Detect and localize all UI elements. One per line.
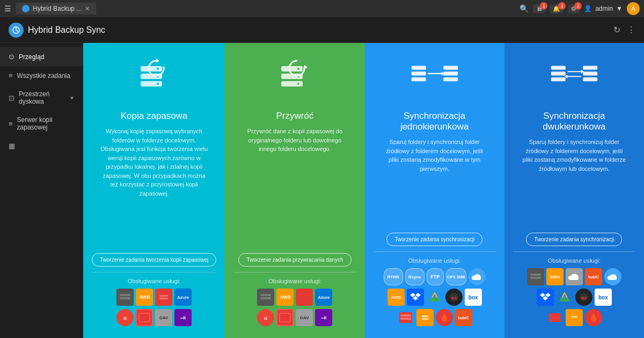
- svg-rect-36: [411, 71, 426, 75]
- svg-point-64: [538, 274, 540, 276]
- svg-rect-51: [551, 66, 566, 70]
- browser-tab[interactable]: Hybrid Backup ... ✕: [16, 3, 96, 15]
- backup-server-icon: ≡: [9, 120, 13, 128]
- service-nas-r: [257, 289, 274, 306]
- notif-badge-3[interactable]: ⚙ 1: [568, 4, 580, 13]
- restore-title: Przywróć: [276, 111, 314, 121]
- svg-marker-7: [156, 59, 159, 63]
- card-backup: Kopia zapasowa Wykonaj kopię zapasową wy…: [83, 43, 225, 338]
- app-title: Hybrid Backup Sync: [28, 25, 105, 35]
- service-gcs: G: [116, 309, 134, 326]
- all-tasks-icon: ≡: [9, 71, 13, 80]
- svg-rect-55: [583, 71, 597, 75]
- svg-text:B2: B2: [581, 296, 587, 300]
- service-cloud-blue: [469, 268, 486, 285]
- disk-space-icon: ⊡: [9, 94, 14, 102]
- service-fire-s2: [585, 309, 602, 326]
- sync-two-title: Synchronizacja dwukierunkowa: [513, 111, 635, 132]
- service-rtrr: RTRR: [384, 268, 403, 285]
- svg-point-24: [297, 83, 299, 85]
- service-box-s1: box: [465, 289, 482, 306]
- service-fire-s1: [436, 309, 453, 326]
- svg-rect-47: [400, 318, 411, 320]
- card-sync-one: Synchronizacja jednokierunkowa Sparuj fo…: [365, 43, 504, 338]
- sidebar-item-logs[interactable]: ▦: [0, 136, 83, 155]
- main-layout: ⊙ Przegląd ≡ Wszystkie zadania ⊡ Przestr…: [0, 43, 644, 338]
- notification-area: 🖥 1 🔔 1 ⚙ 1: [533, 4, 580, 13]
- sidebar-label-all-tasks: Wszystkie zadania: [17, 72, 75, 80]
- notif-badge-1[interactable]: 🖥 1: [533, 4, 545, 13]
- create-restore-task-button[interactable]: Tworzenie zadania przywracania danych: [238, 253, 351, 267]
- svg-rect-70: [571, 316, 577, 318]
- service-azure: Azure: [174, 289, 192, 306]
- service-cifs: CIFS SMB: [446, 268, 466, 285]
- service-ftp: FTP: [427, 268, 444, 285]
- notif-badge-2[interactable]: 🔔 1: [550, 4, 564, 13]
- service-red1-r: [296, 289, 313, 306]
- notif-count-2: 1: [558, 2, 566, 10]
- service-aws-s1: AWS: [387, 289, 405, 306]
- browser-menu-icon[interactable]: ☰: [4, 4, 11, 13]
- tab-close-button[interactable]: ✕: [85, 5, 90, 12]
- search-icon[interactable]: 🔍: [519, 4, 529, 13]
- more-options-button[interactable]: ⋮: [627, 25, 635, 35]
- svg-point-11: [128, 294, 130, 296]
- service-nas: [116, 289, 134, 306]
- chevron-down-icon: ▼: [69, 95, 75, 101]
- svg-rect-40: [443, 77, 458, 81]
- svg-rect-13: [158, 293, 170, 301]
- service-infinite: ∞B: [174, 309, 192, 326]
- app-logo: Hybrid Backup Sync: [9, 23, 613, 38]
- svg-rect-54: [583, 66, 597, 70]
- backup-services-label: Obsługiwane usługi:: [92, 272, 216, 284]
- user-avatar[interactable]: A: [627, 2, 640, 15]
- service-aws: AWS: [136, 289, 153, 306]
- svg-rect-35: [411, 66, 426, 70]
- service-nas-s2: [527, 268, 544, 285]
- svg-rect-31: [298, 293, 310, 301]
- browser-icons: 🔍: [519, 4, 529, 13]
- tab-label: Hybrid Backup ...: [33, 5, 82, 12]
- service-blackblaze-s2: B2: [575, 289, 592, 306]
- service-dav: DAV: [155, 309, 172, 326]
- sidebar-label-disk-space: Przestrzeń dyskowa: [19, 90, 65, 105]
- svg-point-29: [269, 294, 270, 296]
- svg-rect-49: [422, 315, 428, 317]
- svg-rect-34: [280, 313, 290, 322]
- service-aws-r: AWS: [276, 289, 294, 306]
- service-cloud-blue-s2: [604, 268, 621, 285]
- user-area: 👤 admin ▼: [584, 5, 623, 12]
- svg-point-12: [128, 298, 130, 299]
- sidebar: ⊙ Przegląd ≡ Wszystkie zadania ⊡ Przestr…: [0, 43, 83, 338]
- sidebar-item-all-tasks[interactable]: ≡ Wszystkie zadania: [0, 66, 83, 85]
- service-dropbox-s1: [407, 289, 424, 306]
- app-header: Hybrid Backup Sync ↻ ⋮: [0, 17, 644, 43]
- create-sync-two-task-button[interactable]: Tworzenie zadania synchronizacji: [526, 233, 622, 246]
- service-rsync: Rsync: [405, 268, 425, 285]
- user-dropdown-icon[interactable]: ▼: [616, 5, 623, 12]
- sync-one-services-grid: RTRR Rsync FTP CIFS SMB AWS: [374, 268, 496, 327]
- card-sync-two: Synchronizacja dwukierunkowa Sparuj fold…: [504, 43, 644, 338]
- svg-rect-68: [549, 313, 561, 322]
- svg-marker-25: [304, 65, 308, 69]
- create-sync-task-button[interactable]: Tworzenie zadania synchronizacji: [386, 233, 482, 246]
- svg-text:G: G: [264, 316, 267, 321]
- restore-icon-area: [270, 54, 319, 102]
- notif-count-1: 1: [540, 2, 547, 10]
- sync-two-services-grid: AWS hubiC: [513, 268, 635, 327]
- sidebar-item-overview[interactable]: ⊙ Przegląd: [0, 47, 83, 66]
- sync-one-title: Synchronizacja jednokierunkowa: [374, 111, 496, 132]
- svg-rect-15: [159, 298, 168, 299]
- sync-two-description: Sparuj foldery i synchronizuj folder źró…: [521, 138, 628, 173]
- sidebar-item-disk-space[interactable]: ⊡ Przestrzeń dyskowa ▼: [0, 85, 83, 111]
- svg-rect-48: [421, 313, 429, 322]
- sidebar-item-backup-server[interactable]: ≡ Serwer kopii zapasowej: [0, 111, 83, 136]
- refresh-button[interactable]: ↻: [613, 25, 620, 35]
- create-backup-task-button[interactable]: Tworzenie zadania tworzenia kopii zapaso…: [92, 253, 216, 267]
- browser-bar: ☰ Hybrid Backup ... ✕ 🔍 🖥 1 🔔 1 ⚙ 1 👤 ad…: [0, 0, 644, 17]
- sync-one-description: Sparuj foldery i synchronizuj folder źró…: [381, 138, 488, 173]
- restore-description: Przywróć dane z kopii zapasowej do orygi…: [241, 127, 348, 154]
- service-gdrive-s1: [426, 289, 443, 306]
- service-orange-s2: [566, 309, 583, 326]
- sidebar-label-backup-server: Serwer kopii zapasowej: [17, 116, 75, 131]
